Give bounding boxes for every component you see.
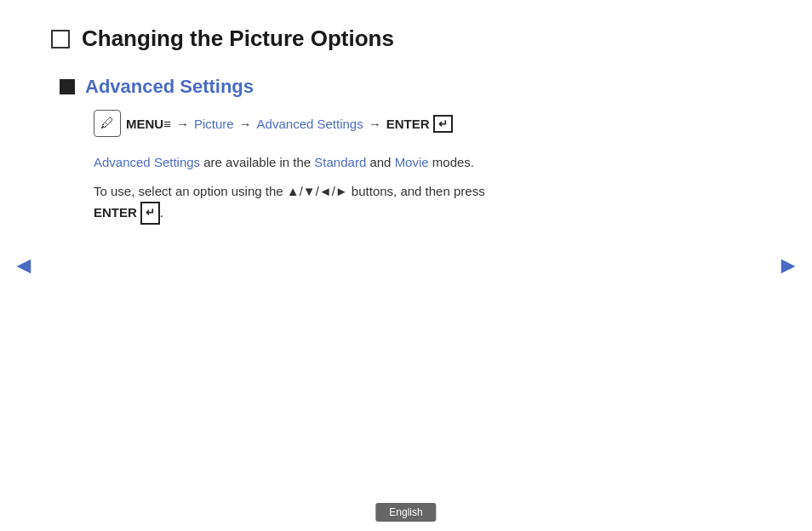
movie-link: Movie <box>395 155 429 169</box>
footer: English <box>375 504 436 519</box>
menu-step1: Picture <box>194 117 234 131</box>
menu-path: 🖊 MENU≡ → Picture → Advanced Settings → … <box>94 110 761 137</box>
desc2-text: To use, select an option using the ▲/▼/◄… <box>94 184 485 198</box>
hand-icon: 🖊 <box>100 116 114 131</box>
checkbox-icon <box>51 30 70 49</box>
language-badge: English <box>375 503 436 522</box>
main-content: Changing the Picture Options Advanced Se… <box>0 0 812 242</box>
section: Advanced Settings 🖊 MENU≡ → Picture → Ad… <box>60 76 761 225</box>
menu-label: MENU≡ <box>126 117 171 131</box>
arrow-3: → <box>369 117 381 131</box>
left-arrow-icon: ◄ <box>12 252 36 278</box>
enter2-text: ENTER <box>94 203 137 223</box>
page-title-row: Changing the Picture Options <box>51 26 761 52</box>
section-title: Advanced Settings <box>85 76 254 98</box>
advanced-settings-link: Advanced Settings <box>94 155 200 169</box>
menu-icon: 🖊 <box>94 110 121 137</box>
nav-right-button[interactable]: ► <box>776 252 800 279</box>
enter-symbol2: ↵ <box>140 202 160 225</box>
arrow-2: → <box>239 117 252 131</box>
arrow-1: → <box>176 117 189 131</box>
period: . <box>160 205 163 220</box>
nav-left-button[interactable]: ◄ <box>12 252 36 279</box>
description-line1: Advanced Settings are available in the S… <box>94 152 761 173</box>
enter-label2: ENTER ↵ <box>94 202 160 225</box>
section-header: Advanced Settings <box>60 76 761 98</box>
enter-label: ENTER ↵ <box>386 115 453 133</box>
page-title: Changing the Picture Options <box>82 26 394 52</box>
desc1-suffix: modes. <box>429 155 474 169</box>
standard-link: Standard <box>314 155 366 169</box>
menu-step2: Advanced Settings <box>257 117 363 131</box>
enter-text: ENTER <box>386 117 430 131</box>
black-square-icon <box>60 79 75 94</box>
right-arrow-icon: ► <box>776 252 800 278</box>
description-line2: To use, select an option using the ▲/▼/◄… <box>94 181 761 225</box>
desc1-prefix: are available in the <box>200 155 314 169</box>
enter-symbol: ↵ <box>433 115 453 133</box>
desc1-mid: and <box>366 155 394 169</box>
